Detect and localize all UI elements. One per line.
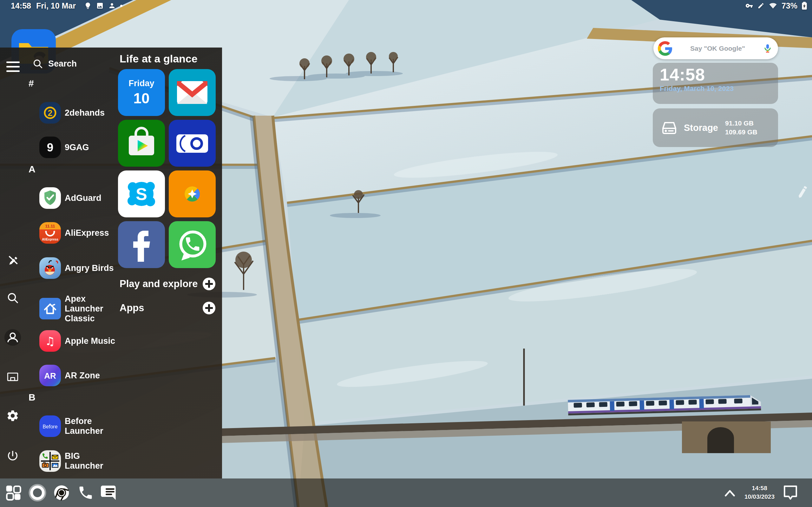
tile-skype[interactable]: S: [118, 170, 165, 217]
status-date: Fri, 10 Mar: [36, 1, 76, 10]
svg-text:2: 2: [48, 108, 52, 118]
app-row-2dehands[interactable]: 2 2dehands: [39, 102, 122, 124]
tile-gmail[interactable]: [169, 69, 216, 116]
app-row-big-launcher[interactable]: BIG Launcher: [39, 450, 122, 472]
app-row-aliexpress[interactable]: 11.11 AliExpress AliExpress: [39, 222, 122, 244]
app-row-9gag[interactable]: 9 9GAG: [39, 136, 122, 158]
settings-gear-button[interactable]: [4, 406, 21, 426]
facebook-icon: [118, 221, 165, 268]
app-row-apple-music[interactable]: ♫ Apple Music: [39, 330, 122, 352]
vpn-key-icon: [745, 2, 754, 9]
taskbar-notifications-button[interactable]: [783, 485, 798, 501]
add-tile-plus-button[interactable]: [202, 277, 216, 291]
tile-camera[interactable]: [169, 120, 216, 167]
play-store-icon: [118, 120, 165, 167]
app-label: 2dehands: [65, 108, 119, 118]
files-button[interactable]: [4, 367, 21, 387]
svg-text:AR: AR: [44, 371, 56, 381]
svg-text:11.11: 11.11: [45, 224, 55, 228]
app-label: 9GAG: [65, 143, 119, 153]
android-desktop: 14:58 Fri, 10 Mar: [0, 0, 812, 507]
before-launcher-app-icon: Before: [39, 415, 61, 437]
menu-search[interactable]: Search: [32, 58, 77, 69]
storage-drive-icon: [661, 119, 677, 136]
search-icon: [32, 58, 43, 69]
section-letter-b[interactable]: B: [29, 392, 36, 403]
start-menu: Search: [0, 48, 222, 478]
storage-total: 109.69 GB: [725, 128, 757, 136]
clock-date: Friday, March 10, 2023: [660, 84, 771, 93]
app-label: BIG Launcher: [65, 451, 119, 471]
stylus-pen-icon: [757, 2, 764, 9]
app-label: Apple Music: [65, 336, 119, 346]
aliexpress-app-icon: 11.11 AliExpress: [39, 222, 61, 244]
taskbar: 14:58 10/03/2023: [0, 478, 812, 507]
taskbar-phone-button[interactable]: [76, 483, 95, 503]
hamburger-menu-button[interactable]: [6, 61, 20, 75]
status-bar: 14:58 Fri, 10 Mar: [0, 0, 812, 11]
tile-play-store[interactable]: [118, 120, 165, 167]
adguard-app-icon: [39, 187, 61, 209]
taskbar-time: 14:58: [745, 484, 774, 493]
gmail-icon: [169, 69, 216, 116]
calendar-weekday: Friday: [129, 78, 154, 89]
search-label: Search: [48, 59, 77, 69]
wifi-icon: [768, 2, 778, 9]
app-row-apex-launcher[interactable]: Apex Launcher Classic: [39, 294, 122, 323]
storage-used: 91.10 GB: [725, 119, 757, 128]
big-launcher-app-icon: [39, 450, 61, 472]
add-tile-plus-button[interactable]: [202, 301, 216, 315]
taskbar-clock[interactable]: 14:58 10/03/2023: [745, 484, 774, 501]
hide-apps-button[interactable]: [4, 250, 21, 270]
app-label: Apex Launcher Classic: [65, 294, 119, 323]
section-letter-hash[interactable]: #: [29, 78, 34, 89]
tile-whatsapp[interactable]: [169, 221, 216, 268]
apex-launcher-app-icon: [39, 298, 61, 320]
account-button[interactable]: [4, 327, 21, 348]
tile-google-photos[interactable]: [169, 170, 216, 217]
camera-icon: [169, 120, 216, 167]
group-play-and-explore: Play and explore: [119, 277, 216, 291]
notification-dot: [120, 5, 122, 7]
screenshot-notification-icon: [96, 2, 104, 9]
app-label: AR Zone: [65, 371, 119, 381]
rail-search-button[interactable]: [4, 288, 21, 308]
tile-facebook[interactable]: [118, 221, 165, 268]
power-button[interactable]: [4, 446, 21, 466]
tile-calendar[interactable]: Friday 10: [118, 69, 165, 116]
calendar-day: 10: [133, 90, 149, 107]
taskbar-expand-chevron[interactable]: [723, 489, 736, 497]
taskbar-browser-button[interactable]: [52, 483, 71, 503]
clock-widget[interactable]: 14:58 Friday, March 10, 2023: [653, 63, 778, 104]
taskbar-apps-grid-button[interactable]: [4, 483, 23, 503]
section-letter-a[interactable]: A: [29, 164, 36, 175]
status-time: 14:58: [11, 1, 31, 10]
google-search-widget[interactable]: Say "OK Google": [653, 38, 778, 59]
group-label: Play and explore: [119, 278, 198, 290]
whatsapp-icon: [169, 221, 216, 268]
google-photos-icon: [169, 170, 216, 217]
taskbar-home-ring-button[interactable]: [28, 483, 47, 503]
google-logo-icon[interactable]: [658, 41, 672, 56]
9gag-app-icon: 9: [39, 136, 61, 158]
taskbar-date: 10/03/2023: [745, 493, 774, 501]
svg-text:9: 9: [47, 141, 54, 154]
app-row-adguard[interactable]: AdGuard: [39, 187, 122, 209]
app-row-angry-birds[interactable]: Angry Birds: [39, 257, 122, 279]
skype-icon: S: [118, 170, 165, 217]
storage-label: Storage: [684, 123, 718, 133]
taskbar-messages-button[interactable]: [100, 483, 119, 503]
storage-widget[interactable]: Storage 91.10 GB 109.69 GB: [653, 108, 778, 147]
google-mic-icon[interactable]: [763, 43, 772, 54]
app-row-ar-zone[interactable]: AR AR Zone: [39, 365, 122, 386]
angry-birds-app-icon: [39, 257, 61, 279]
ar-zone-app-icon: AR: [39, 365, 61, 386]
person-notification-icon: [108, 2, 116, 9]
lightbulb-notification-icon: [84, 2, 92, 9]
battery-charging-icon: [801, 1, 808, 11]
group-label: Apps: [119, 302, 144, 314]
app-row-before-launcher[interactable]: Before Before Launcher: [39, 415, 122, 437]
app-label: AliExpress: [65, 228, 119, 238]
tiles-header: Life at a glance: [119, 53, 198, 65]
app-label: Angry Birds: [65, 263, 119, 273]
